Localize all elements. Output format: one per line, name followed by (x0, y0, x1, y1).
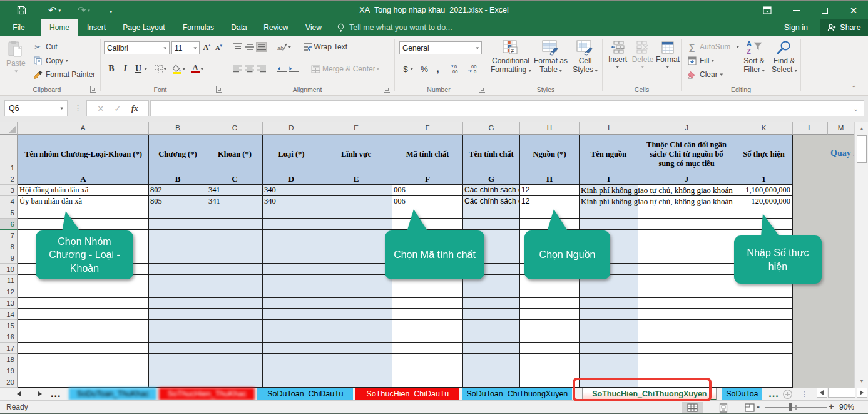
cell-A6[interactable] (18, 219, 149, 230)
cell-D19[interactable] (263, 365, 320, 376)
cell-D7[interactable] (263, 230, 320, 241)
comma-style-button[interactable]: , (435, 64, 441, 74)
row-header-19[interactable]: 19 (0, 365, 18, 376)
cell-J13[interactable] (638, 298, 735, 309)
cell-G4[interactable]: Các chính sách c (463, 196, 520, 207)
cell-D10[interactable] (263, 264, 320, 275)
cell-C12[interactable] (207, 286, 263, 298)
cell-F19[interactable] (392, 365, 463, 376)
decrease-indent-icon[interactable] (277, 64, 287, 74)
cell-styles-button[interactable]: CellStyles ▾ (569, 40, 601, 75)
cell-E6[interactable] (320, 219, 392, 230)
borders-dropdown-icon[interactable]: ▾ (163, 66, 166, 71)
cell-E20[interactable] (320, 376, 392, 388)
vertical-scrollbar[interactable]: ▲ ▼ (854, 122, 868, 388)
cell-I15[interactable] (580, 320, 638, 331)
row-header-11[interactable]: 11 (0, 275, 18, 286)
cell-J2[interactable]: J (638, 173, 735, 185)
sheet-tab-SoDuToan_ChiDauTu[interactable]: SoDuToan_ChiDauTu (257, 388, 353, 400)
cell-K17[interactable] (735, 343, 793, 354)
column-header-B[interactable]: B (149, 122, 207, 135)
sheet-scroll-left-icon[interactable] (17, 388, 21, 400)
cell-I2[interactable]: I (580, 173, 638, 185)
cell-E17[interactable] (320, 343, 392, 354)
cell-A14[interactable] (18, 309, 149, 320)
cell-H3[interactable]: 12 (520, 185, 580, 196)
cell-E14[interactable] (320, 309, 392, 320)
cell-E19[interactable] (320, 365, 392, 376)
font-color-dropdown-icon[interactable]: ▾ (200, 66, 203, 71)
cell-C9[interactable] (207, 252, 263, 264)
cell-J1[interactable]: Thuộc Chi cân đối ngân sách/ Chi từ nguồ… (638, 135, 735, 173)
cell-J6[interactable] (638, 219, 735, 230)
cell-B8[interactable] (149, 241, 207, 252)
cell-A2[interactable]: A (18, 173, 149, 185)
tell-me-box[interactable]: Tell me what you want to do... (337, 19, 452, 36)
cell-D5[interactable] (263, 207, 320, 219)
font-family-select[interactable]: Calibri▾ (104, 41, 170, 54)
cell-D20[interactable] (263, 376, 320, 388)
row-header-1[interactable]: 1 (0, 135, 18, 173)
ribbon-tab-home[interactable]: Home (41, 19, 78, 36)
row-header-9[interactable]: 9 (0, 252, 18, 264)
select-all-corner[interactable] (0, 122, 18, 135)
align-right-icon[interactable] (256, 64, 267, 74)
cell-A18[interactable] (18, 354, 149, 365)
cell-I17[interactable] (580, 343, 638, 354)
paste-button[interactable]: Paste ▾ (6, 40, 26, 74)
alignment-dialog-launcher-icon[interactable] (384, 86, 390, 93)
row-header-10[interactable]: 10 (0, 264, 18, 275)
cell-I6[interactable] (580, 219, 638, 230)
wrap-text-label[interactable]: Wrap Text (314, 43, 348, 51)
cell-E9[interactable] (320, 252, 392, 264)
cell-K13[interactable] (735, 298, 793, 309)
row-header-18[interactable]: 18 (0, 354, 18, 365)
insert-function-icon[interactable]: fx (131, 103, 138, 113)
cell-E3[interactable] (320, 185, 392, 196)
cell-G2[interactable]: G (463, 173, 520, 185)
percent-style-button[interactable]: % (419, 64, 430, 74)
underline-dropdown-icon[interactable]: ▾ (144, 66, 147, 71)
cell-M5[interactable] (828, 207, 854, 219)
cell-E16[interactable] (320, 331, 392, 343)
close-button[interactable]: ✕ (839, 1, 868, 19)
cell-H19[interactable] (520, 365, 580, 376)
cell-D17[interactable] (263, 343, 320, 354)
name-box-dropdown-icon[interactable]: ▾ (61, 106, 64, 111)
cell-C14[interactable] (207, 309, 263, 320)
cell-J17[interactable] (638, 343, 735, 354)
ribbon-tab-data[interactable]: Data (224, 19, 254, 36)
column-header-E[interactable]: E (320, 122, 392, 135)
cell-H20[interactable] (520, 376, 580, 388)
sign-in-button[interactable]: Sign in (779, 19, 813, 36)
cell-K3[interactable]: 1,100,000,000 (735, 185, 793, 196)
column-header-J[interactable]: J (638, 122, 735, 135)
row-header-8[interactable]: 8 (0, 241, 18, 252)
hscroll-left-icon[interactable] (817, 388, 827, 398)
cell-C2[interactable]: C (207, 173, 263, 185)
cell-J18[interactable] (638, 354, 735, 365)
cell-G1[interactable]: Tên tính chất (463, 135, 520, 173)
new-sheet-icon[interactable] (783, 388, 792, 400)
cell-J5[interactable] (638, 207, 735, 219)
cell-A17[interactable] (18, 343, 149, 354)
row-header-16[interactable]: 16 (0, 331, 18, 343)
cell-C13[interactable] (207, 298, 263, 309)
scroll-down-icon[interactable]: ▼ (857, 376, 867, 386)
cell-D3[interactable]: 340 (263, 185, 320, 196)
cell-D18[interactable] (263, 354, 320, 365)
accounting-dropdown-icon[interactable]: ▾ (410, 66, 413, 71)
cell-A15[interactable] (18, 320, 149, 331)
cell-B16[interactable] (149, 331, 207, 343)
cell-M6[interactable] (828, 219, 854, 230)
cell-M20[interactable] (828, 376, 854, 388)
cell-L16[interactable] (793, 331, 828, 343)
sheet-tab-SoThucHien_ThuKhac[interactable]: SoThucHien_ThuKhac (159, 388, 255, 400)
cell-A16[interactable] (18, 331, 149, 343)
italic-button[interactable]: I (118, 64, 132, 74)
number-dialog-launcher-icon[interactable] (479, 86, 485, 93)
cell-H16[interactable] (520, 331, 580, 343)
cell-J10[interactable] (638, 264, 735, 275)
cell-L14[interactable] (793, 309, 828, 320)
row-header-12[interactable]: 12 (0, 286, 18, 298)
